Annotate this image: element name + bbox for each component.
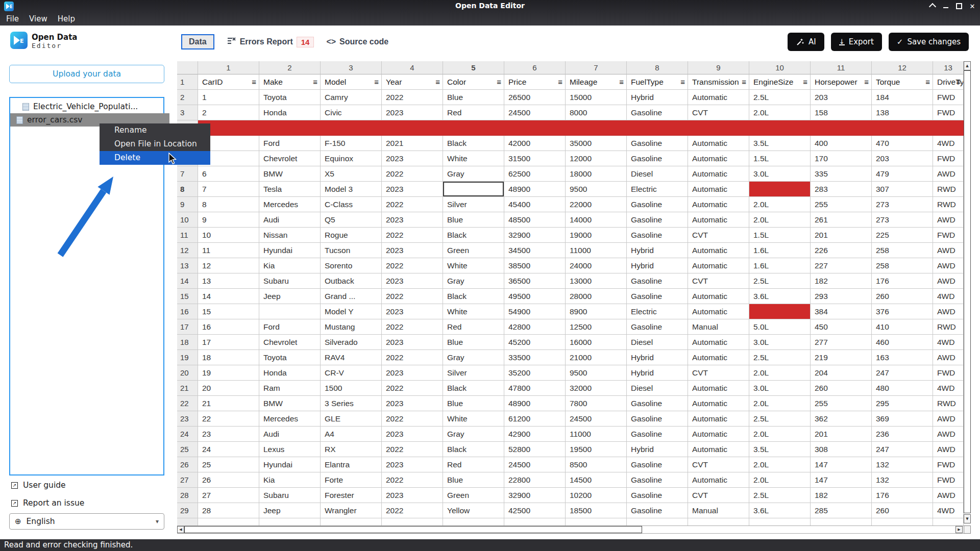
cell[interactable]: 2022 bbox=[382, 442, 443, 457]
cell[interactable]: Toyota bbox=[259, 350, 321, 365]
cell[interactable]: 24000 bbox=[566, 258, 627, 273]
cell[interactable]: Black bbox=[443, 228, 504, 243]
cell[interactable]: CVT bbox=[688, 105, 749, 120]
cell[interactable]: 21000 bbox=[566, 350, 627, 365]
cell[interactable]: 18500 bbox=[566, 503, 627, 518]
cell[interactable]: 2023 bbox=[382, 335, 443, 350]
column-menu-icon[interactable]: ≡ bbox=[435, 74, 440, 90]
cell[interactable]: Hyundai bbox=[259, 243, 321, 258]
cell[interactable]: Gray bbox=[443, 166, 504, 182]
cell[interactable]: Wrangler bbox=[321, 503, 382, 518]
column-header-enginesize[interactable]: EngineSize≡ bbox=[749, 74, 811, 90]
row-number[interactable]: 13 bbox=[177, 258, 198, 273]
cell[interactable]: 8500 bbox=[566, 457, 627, 472]
cell[interactable]: 24500 bbox=[504, 105, 566, 120]
cell[interactable]: 8000 bbox=[566, 105, 627, 120]
row-number[interactable]: 20 bbox=[177, 365, 198, 381]
cell[interactable]: Manual bbox=[688, 503, 749, 518]
cell[interactable] bbox=[382, 518, 443, 525]
cell[interactable]: 147 bbox=[811, 472, 872, 488]
cell[interactable]: FWD bbox=[933, 228, 964, 243]
cell[interactable]: BMW bbox=[259, 396, 321, 411]
cell[interactable]: 2.0L bbox=[749, 427, 811, 442]
cell[interactable]: AWD bbox=[933, 273, 964, 289]
cell[interactable]: RWD bbox=[933, 319, 964, 335]
cell[interactable]: Forester bbox=[321, 488, 382, 503]
cell[interactable] bbox=[749, 182, 811, 197]
cell[interactable]: 42000 bbox=[504, 136, 566, 151]
cell[interactable]: 22 bbox=[198, 411, 259, 427]
cell[interactable]: Blue bbox=[443, 396, 504, 411]
column-menu-icon[interactable]: ≡ bbox=[558, 74, 562, 90]
cell[interactable]: 12500 bbox=[566, 319, 627, 335]
cell[interactable]: Red bbox=[443, 319, 504, 335]
cell[interactable]: 38500 bbox=[504, 258, 566, 273]
cell[interactable]: 2.5L bbox=[749, 273, 811, 289]
cell[interactable]: 2023 bbox=[382, 457, 443, 472]
context-menu-item-open-file-in-location[interactable]: Open File in Location bbox=[100, 137, 210, 151]
cell[interactable]: 219 bbox=[811, 350, 872, 365]
cell[interactable]: Black bbox=[443, 136, 504, 151]
cell[interactable]: 2022 bbox=[382, 503, 443, 518]
cell[interactable]: 2022 bbox=[382, 258, 443, 273]
ai-button[interactable]: AI bbox=[788, 33, 824, 51]
cell[interactable]: Automatic bbox=[688, 381, 749, 396]
cell[interactable]: 204 bbox=[811, 365, 872, 381]
column-header-color[interactable]: Color≡ bbox=[443, 74, 504, 90]
cell[interactable]: Gasoline bbox=[627, 503, 688, 518]
column-header-model[interactable]: Model≡ bbox=[321, 74, 382, 90]
cell[interactable]: Diesel bbox=[627, 166, 688, 182]
cell[interactable]: 2021 bbox=[382, 136, 443, 151]
cell[interactable]: Automatic bbox=[688, 427, 749, 442]
cell[interactable]: 182 bbox=[811, 488, 872, 503]
cell[interactable]: 255 bbox=[811, 197, 872, 212]
cell[interactable]: 384 bbox=[811, 304, 872, 319]
column-number-7[interactable]: 7 bbox=[566, 61, 627, 74]
cell[interactable]: 2.5L bbox=[749, 90, 811, 105]
minimize-icon[interactable] bbox=[941, 1, 950, 10]
cell[interactable]: FWD bbox=[933, 105, 964, 120]
cell[interactable]: Blue bbox=[443, 90, 504, 105]
cell[interactable]: Manual bbox=[688, 319, 749, 335]
cell[interactable]: 27 bbox=[198, 488, 259, 503]
cell[interactable]: 10200 bbox=[566, 488, 627, 503]
cell[interactable] bbox=[504, 518, 566, 525]
cell[interactable]: 2023 bbox=[382, 488, 443, 503]
cell[interactable]: 308 bbox=[811, 442, 872, 457]
cell[interactable]: 31500 bbox=[504, 151, 566, 166]
cell[interactable]: Chevrolet bbox=[259, 151, 321, 166]
cell[interactable]: FWD bbox=[933, 457, 964, 472]
cell[interactable]: 132 bbox=[872, 472, 933, 488]
cell[interactable]: Gasoline bbox=[627, 289, 688, 304]
cell[interactable]: 182 bbox=[811, 273, 872, 289]
cell[interactable]: 2.0L bbox=[749, 472, 811, 488]
row-number[interactable]: 19 bbox=[177, 350, 198, 365]
cell[interactable]: Hybrid bbox=[627, 90, 688, 105]
cell[interactable] bbox=[259, 518, 321, 525]
cell[interactable]: 7800 bbox=[566, 396, 627, 411]
cell[interactable]: CR-V bbox=[321, 365, 382, 381]
cell[interactable]: 4WD bbox=[933, 335, 964, 350]
row-number[interactable]: 17 bbox=[177, 319, 198, 335]
cell[interactable] bbox=[811, 518, 872, 525]
cell[interactable]: 2.0L bbox=[749, 396, 811, 411]
cell[interactable]: 16000 bbox=[566, 335, 627, 350]
cell[interactable]: Electric bbox=[627, 304, 688, 319]
cell[interactable]: Automatic bbox=[688, 136, 749, 151]
cell[interactable]: 11000 bbox=[566, 243, 627, 258]
cell[interactable]: 470 bbox=[872, 136, 933, 151]
cell[interactable]: 16 bbox=[198, 319, 259, 335]
cell[interactable]: 3 Series bbox=[321, 396, 382, 411]
cell[interactable]: 9500 bbox=[566, 182, 627, 197]
cell[interactable]: 1.5L bbox=[749, 151, 811, 166]
cell[interactable]: Subaru bbox=[259, 273, 321, 289]
cell[interactable]: BMW bbox=[259, 166, 321, 182]
cell[interactable]: 48500 bbox=[504, 212, 566, 228]
column-header-transmission[interactable]: Transmission≡ bbox=[688, 74, 749, 90]
row-number[interactable]: 24 bbox=[177, 427, 198, 442]
cell[interactable]: RX bbox=[321, 442, 382, 457]
cell[interactable]: 24500 bbox=[566, 411, 627, 427]
close-icon[interactable]: ✕ bbox=[968, 1, 977, 10]
cell[interactable]: Hybrid bbox=[627, 365, 688, 381]
cell[interactable]: Kia bbox=[259, 258, 321, 273]
